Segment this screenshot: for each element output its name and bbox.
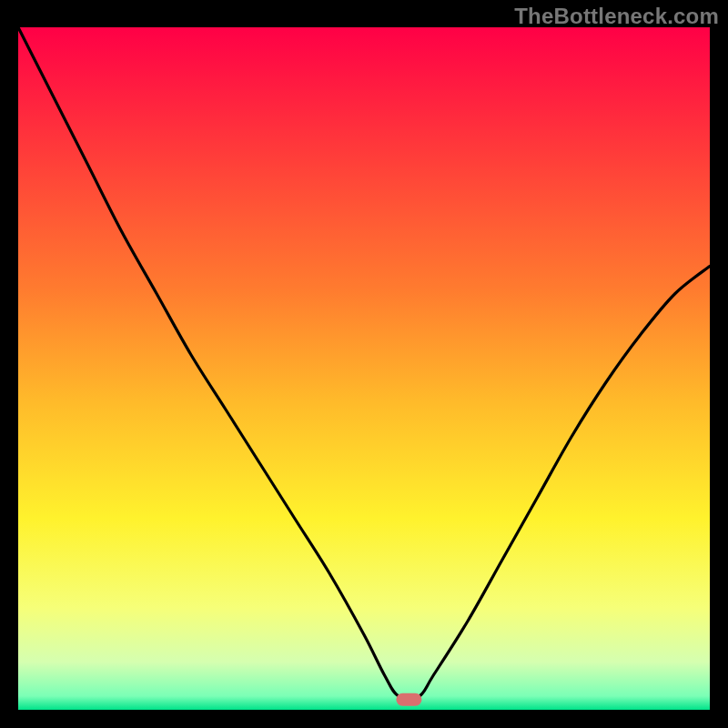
chart-container: TheBottleneck.com	[0, 0, 728, 728]
watermark-text: TheBottleneck.com	[514, 4, 719, 29]
optimal-marker	[396, 693, 421, 706]
bottleneck-chart	[0, 0, 728, 728]
plot-background	[18, 27, 710, 710]
